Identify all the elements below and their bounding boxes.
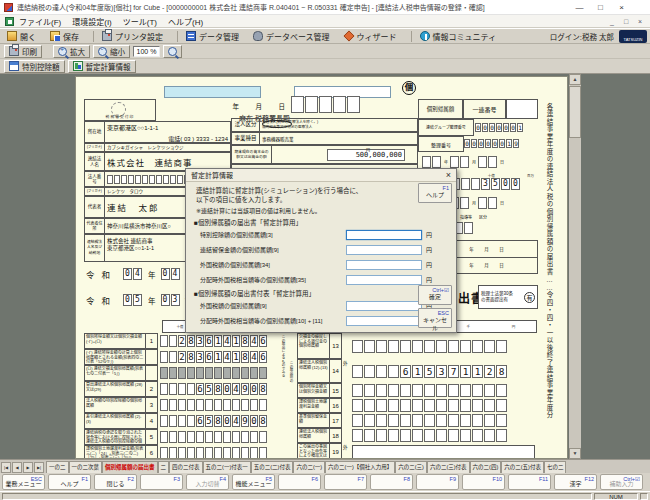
phone-value[interactable]: 電話( 03 ) 3333 - 1234 [107,134,228,142]
tab-scroll-button[interactable]: ▶ [23,462,33,473]
zoom-out-button[interactable]: 縮小 [93,45,130,58]
close-button[interactable]: × [611,3,632,12]
amount-input[interactable] [346,245,422,255]
function-key-button[interactable]: F7 [324,474,367,490]
function-key-button[interactable]: F4 入力切替 [186,474,229,490]
amount-input[interactable] [346,260,422,270]
end-month-boxes[interactable]: 03 [161,294,181,306]
business-type-value[interactable]: 事務機器販売業 [260,133,417,144]
highlighted-input-field[interactable] [164,86,261,98]
amount-boxes[interactable] [352,428,508,443]
function-key-button[interactable]: F3 [140,474,183,490]
sheet-tab[interactable]: 五の二(一)付表一 [203,461,251,473]
zoom-select-button[interactable] [163,45,182,58]
scroll-thumb[interactable] [569,86,581,138]
function-key-button[interactable]: ESC 業務メニュー [2,474,45,490]
function-key-button[interactable]: F8 [370,474,413,490]
special-deduction-button[interactable]: 特別控除額 [4,60,65,73]
amount-input[interactable] [346,275,422,285]
fiscal-start-date-boxes[interactable]: 年 月 日 [422,156,504,168]
tab-scroll-button[interactable]: |◀ [1,462,11,473]
toolbar-button[interactable]: データ管理 [177,31,239,42]
function-key-button[interactable]: F11 [508,474,551,490]
menu-item[interactable]: 環境設定(I) [72,16,112,27]
sheet-tab[interactable]: 個別帰属額の届出書 [102,461,158,473]
function-key-button[interactable]: F6 [278,474,321,490]
sheet-tab[interactable]: 一の二次葉 [69,461,103,473]
amount-boxes[interactable] [160,365,268,381]
cancel-button[interactable]: ESCキャンセル [418,308,452,328]
toolbar-button[interactable]: プリンタ設定 [93,31,163,42]
function-key-button[interactable]: F10 [462,474,505,490]
minimize-button[interactable]: — [569,3,590,12]
sheet-tab[interactable]: 六の二(五)付表 [501,461,544,473]
sheet-tab[interactable]: 六の二(四) [470,461,502,473]
toolbar-button[interactable]: ウィザード [344,31,397,42]
end-year-boxes[interactable]: 05 [123,294,143,306]
menu-item[interactable]: ツール(T) [123,16,157,27]
sheet-tab[interactable]: 六の二(一) [293,461,325,473]
function-key-button[interactable]: F5 機能メニュー [232,474,275,490]
amount-boxes[interactable] [352,445,535,459]
amount-boxes[interactable]: 65804908 [160,413,268,429]
sheet-tab[interactable]: 五の二(二)付表 [251,461,294,473]
tab-scroll-button[interactable]: ◀ [12,462,22,473]
toolbar-button[interactable]: 開く [7,31,36,42]
sheet-tab[interactable]: 一の二 [46,461,69,473]
child-restore-button[interactable]: □ [619,18,633,25]
amount-boxes[interactable] [160,429,268,445]
zoom-in-button[interactable]: 拡大 [53,45,90,58]
amount-boxes[interactable] [352,333,508,359]
scroll-down-icon[interactable]: ▼ [569,448,581,459]
function-key-button[interactable]: F12 漢字 [554,474,597,490]
scroll-up-icon[interactable]: ▲ [569,74,581,85]
menu-item[interactable]: ファイル(F) [19,16,61,27]
maximize-button[interactable]: □ [590,3,611,12]
sheet-tab[interactable]: 六の二(一)【個社入力用】 [325,461,395,473]
amount-boxes[interactable]: 2836141846 [160,349,268,365]
sheet-tab[interactable]: 六の二(三) [395,461,427,473]
menu-item[interactable]: ヘルプ(H) [168,16,203,27]
dialog-close-icon[interactable]: × [446,170,451,180]
confirm-button[interactable]: Ctrl+☑確定 [418,285,452,305]
toolbar-button[interactable]: データベース管理 [253,31,330,42]
help-button[interactable]: F1ヘルプ [418,183,452,203]
amount-boxes[interactable] [160,445,268,459]
amount-boxes[interactable]: 65804908 [160,381,268,397]
row-label: 個別所得金額又は個別欠損金額 (イ)+(ロ) [84,333,146,349]
tab-scroll-button[interactable]: ▶| [34,462,44,473]
sheet-tab[interactable]: 七の二 [544,461,567,473]
sheet-tab[interactable]: 二 [158,461,170,473]
amount-input[interactable] [346,230,422,240]
function-key-button[interactable]: Ctrl+☑ 補助入力 [600,474,643,490]
amount-boxes[interactable] [352,383,508,398]
vertical-scrollbar[interactable]: ▲ ▼ [569,74,581,459]
start-year-boxes[interactable]: 04 [123,268,143,280]
provisional-calc-button[interactable]: 暫定計算情報 [68,60,136,73]
amount-boxes[interactable]: 2836141846 [160,333,268,349]
amount-boxes[interactable]: 615371128 [352,359,508,383]
serial-number-box[interactable] [506,99,538,119]
function-key-button[interactable]: F1 ヘルプ [48,474,91,490]
address-value[interactable]: 東京都港区○○1-1-1 [107,123,228,132]
amount-boxes[interactable] [352,398,508,413]
amount-boxes[interactable] [352,413,508,428]
sheet-tab[interactable]: 六の二(三)付表 [427,461,470,473]
print-button[interactable]: 印刷 [4,45,42,58]
toolbar-button[interactable]: 情報コミュニティ [411,31,497,42]
zoom-level-input[interactable]: 100 % [133,46,160,57]
group-number-boxes[interactable]: 0000001 [475,123,524,132]
seiri-number-boxes[interactable]: 00000019 [464,139,520,148]
sheet-tab[interactable]: 四の二付表 [169,461,203,473]
income-amount-boxes[interactable]: 3500 [451,178,521,190]
start-month-boxes[interactable]: 04 [161,268,181,280]
child-close-button[interactable]: × [633,18,647,25]
child-minimize-button[interactable]: _ [605,18,619,25]
function-key-button[interactable]: F9 [416,474,459,490]
amount-input[interactable] [346,316,422,326]
toolbar-button[interactable]: 保存 [50,31,79,42]
amount-input[interactable] [346,301,422,311]
company-kana-value[interactable]: カブシキガイシャ レンケツショウジ [105,144,230,151]
amount-boxes[interactable] [160,397,268,413]
function-key-button[interactable]: F2 閉じる [94,474,137,490]
